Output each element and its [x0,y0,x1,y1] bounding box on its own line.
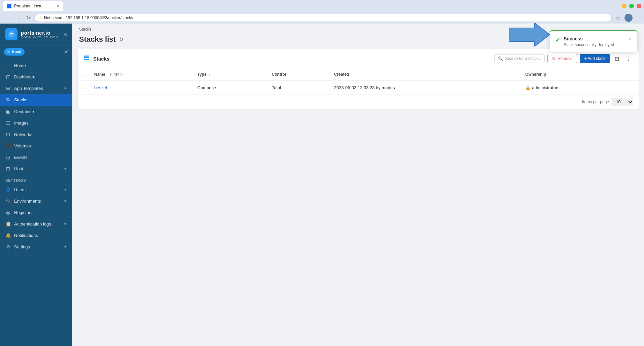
ownership-sort-icon[interactable]: ↕ [548,73,550,76]
notifications-icon: 🔔 [5,233,11,238]
nav-home-label: Home [14,63,26,68]
sidebar-item-volumes[interactable]: ⬛ Volumes [0,140,72,151]
back-button[interactable]: ← [3,14,11,22]
sidebar-item-containers[interactable]: ▣ Containers [0,106,72,117]
remove-button[interactable]: 🗑 Remove [547,54,577,63]
stacks-icon: ⧉ [5,97,11,103]
row-select-checkbox[interactable] [82,85,86,89]
env-close-button[interactable]: ✕ [64,49,68,55]
th-type: Type ↕ [193,68,267,81]
panel-header: Stacks 🔍 Search for a stack... 🗑 Remove … [78,49,639,68]
svg-rect-2 [10,35,13,35]
search-icon: 🔍 [498,56,503,61]
sidebar-collapse-button[interactable]: « [64,31,67,37]
sidebar-item-events[interactable]: ◷ Events [0,151,72,163]
nav-host-label: Host [14,166,23,171]
nav-containers-label: Containers [14,109,35,114]
row-ownership: 🔒administrators [521,81,639,95]
type-sort-icon[interactable]: ↕ [209,73,210,76]
svg-rect-3 [84,56,89,57]
tab-close-button[interactable]: ✕ [56,4,59,8]
profile-button[interactable] [624,14,633,22]
nav-users-label: Users [14,187,26,192]
reload-button[interactable]: ↻ [24,14,32,22]
nav-events-label: Events [14,155,28,160]
sidebar-item-host[interactable]: ⊟ Host ▼ [0,163,72,174]
filter-button[interactable]: Filter ▽ [110,72,123,77]
sidebar-item-registries[interactable]: ◎ Registries [0,207,72,218]
sidebar: portainer.io COMMUNITY EDITION « local ✕… [0,24,72,346]
bookmark-button[interactable]: ☆ [614,14,622,22]
minimize-button[interactable] [622,4,627,8]
env-status-dot [7,50,10,53]
th-checkbox [78,68,90,81]
items-per-page-label: Items per page [582,100,609,104]
sidebar-item-app-templates[interactable]: ⊞ App Templates ▼ [0,82,72,94]
networks-icon: ⬡ [5,132,11,137]
sidebar-item-images[interactable]: ☰ Images [0,117,72,129]
success-toast: ✔ Success Stack successfully deployed × [550,30,637,52]
registries-icon: ◎ [5,210,11,215]
tab-favicon [7,4,11,8]
table-container: Name ↕ Filter ▽ Type ↕ Control [78,68,639,95]
address-bar[interactable]: ⚠ Not secure 192.168.1.18:9000/#!/2/dock… [34,14,612,22]
th-name: Name ↕ Filter ▽ [90,68,193,81]
toast-container: ✔ Success Stack successfully deployed × [550,30,637,52]
toast-close-button[interactable]: × [629,36,632,42]
forward-button[interactable]: → [13,14,22,22]
browser-controls: ← → ↻ ⚠ Not secure 192.168.1.18:9000/#!/… [0,12,644,24]
row-created: 2023-06-03 12:33:28 by marius [330,81,521,95]
panel-actions: 🔍 Search for a stack... 🗑 Remove + Add s… [494,54,633,63]
nav-volumes-label: Volumes [14,143,31,148]
sidebar-item-auth-logs[interactable]: 📋 Authentication logs ▼ [0,218,72,230]
items-per-page-select[interactable]: 10 25 50 [612,98,633,106]
trash-icon: 🗑 [552,56,556,61]
settings-section-label: Settings [0,174,72,184]
sidebar-item-dashboard[interactable]: ◫ Dashboard [0,71,72,82]
nav-registries-label: Registries [14,210,34,215]
stacks-table: Name ↕ Filter ▽ Type ↕ Control [78,68,639,95]
close-button[interactable] [637,4,641,8]
sidebar-item-stacks[interactable]: ⧉ Stacks [0,94,72,106]
images-icon: ☰ [5,120,11,126]
containers-icon: ▣ [5,109,11,114]
environments-chevron: ▼ [64,199,67,203]
maximize-button[interactable] [629,4,634,8]
created-sort-icon[interactable]: ↕ [351,73,353,76]
search-box[interactable]: 🔍 Search for a stack... [494,54,545,63]
logo-text: portainer.io COMMUNITY EDITION [21,30,58,39]
host-chevron: ▼ [64,167,67,171]
select-all-checkbox[interactable] [82,72,86,76]
panel-stacks-icon [83,55,90,63]
home-icon: ⌂ [5,63,11,68]
th-created: Created ↕ [330,68,521,81]
remove-label: Remove [558,56,573,61]
url-display: 192.168.1.18:9000/#!/2/docker/stacks [66,15,133,20]
sidebar-item-notifications[interactable]: 🔔 Notifications [0,230,72,241]
stack-name-link[interactable]: beszel [94,85,107,90]
svg-rect-5 [84,59,89,60]
refresh-button[interactable]: ↻ [119,36,123,42]
sidebar-item-home[interactable]: ⌂ Home [0,60,72,71]
settings-chevron: ▼ [64,245,67,249]
sidebar-item-users[interactable]: 👤 Users ▼ [0,184,72,195]
toast-title: Success [564,36,625,41]
nav-networks-label: Networks [14,132,32,137]
name-sort-icon[interactable]: ↕ [107,73,109,76]
app-templates-chevron: ▼ [64,86,67,90]
sidebar-item-environments[interactable]: 🔌 Environments ▼ [0,195,72,207]
toast-message: Stack successfully deployed [564,42,625,47]
nav-dashboard-label: Dashboard [14,74,36,79]
row-control: Total [268,81,330,95]
more-options-button[interactable]: ⋮ [635,14,641,22]
browser-tab[interactable]: Portainer | loca... ✕ [3,1,63,11]
breadcrumb-text: Stacks [79,27,91,32]
more-options-button[interactable]: ⋮ [624,54,633,63]
dashboard-icon: ◫ [5,74,11,79]
columns-toggle-button[interactable]: ⊟ [613,54,621,63]
svg-point-0 [8,31,15,38]
events-icon: ◷ [5,154,11,160]
add-stack-button[interactable]: + Add stack [580,54,610,63]
sidebar-item-settings[interactable]: ⚙ Settings ▼ [0,241,72,252]
sidebar-item-networks[interactable]: ⬡ Networks [0,129,72,140]
